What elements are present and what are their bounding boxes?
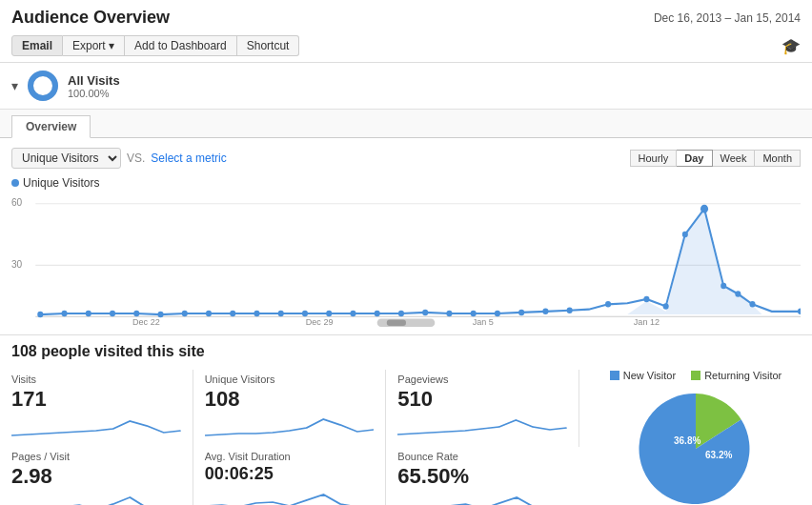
segment-chevron-icon[interactable]: ▾	[11, 78, 18, 93]
stats-grid: Visits 171 Unique Visitors 108 Pag	[11, 370, 801, 505]
metric-visits-value: 171	[11, 387, 181, 412]
svg-point-16	[133, 311, 139, 316]
select-metric-link[interactable]: Select a metric	[151, 152, 226, 165]
svg-point-13	[62, 311, 68, 316]
svg-point-14	[86, 311, 91, 316]
svg-point-32	[518, 310, 524, 315]
metric-avg-duration: Avg. Visit Duration 00:06:25	[205, 447, 387, 505]
returning-visitor-label: Returning Visitor	[704, 370, 782, 381]
mini-chart-bounce	[397, 490, 568, 505]
svg-point-22	[278, 311, 284, 316]
svg-point-39	[700, 205, 708, 213]
svg-point-42	[749, 301, 755, 307]
graduation-icon[interactable]: 🎓	[782, 38, 801, 54]
pie-legend: New Visitor Returning Visitor	[610, 370, 782, 381]
svg-text:Jan 12: Jan 12	[634, 316, 660, 327]
chart-legend: Unique Visitors	[11, 176, 801, 190]
svg-point-15	[110, 311, 115, 316]
svg-point-28	[422, 310, 428, 315]
line-chart-svg: 60 30 Dec 22 Dec 29 Jan 5 Jan 12	[11, 193, 801, 327]
mini-chart-visits	[11, 412, 181, 440]
visited-text: 108 people visited this site	[11, 343, 801, 360]
metric-pageviews-label: Pageviews	[397, 374, 567, 385]
svg-point-27	[398, 311, 404, 316]
svg-point-33	[542, 309, 548, 314]
svg-text:60: 60	[11, 197, 22, 208]
svg-text:63.2%: 63.2%	[705, 450, 732, 460]
stats-section: 108 people visited this site Visits 171 …	[0, 335, 812, 505]
segment-row: ▾ All Visits 100.00%	[0, 63, 812, 110]
svg-point-26	[375, 311, 380, 316]
metric-unique-visitors: Unique Visitors 108	[205, 370, 387, 447]
svg-point-36	[643, 296, 649, 302]
svg-point-23	[302, 311, 308, 316]
segment-percent: 100.00%	[68, 88, 120, 99]
new-visitor-label: New Visitor	[623, 370, 676, 381]
svg-point-38	[682, 232, 688, 237]
svg-point-30	[471, 311, 477, 316]
email-button[interactable]: Email	[11, 35, 63, 56]
new-visitor-color	[610, 371, 619, 380]
pie-chart-wrap: 36.8% 63.2%	[615, 387, 777, 505]
pie-chart-svg: 36.8% 63.2%	[615, 387, 777, 505]
page-header: Audience Overview Dec 16, 2013 – Jan 15,…	[0, 0, 812, 31]
time-btn-month[interactable]: Month	[755, 150, 801, 167]
svg-point-1	[30, 73, 55, 98]
stats-left: Visits 171 Unique Visitors 108 Pag	[11, 370, 591, 505]
svg-text:Dec 22: Dec 22	[132, 316, 160, 327]
metric-pageviews-value: 510	[397, 387, 567, 412]
metric-avg-duration-label: Avg. Visit Duration	[205, 451, 375, 462]
legend-dot	[11, 179, 19, 187]
mini-chart-duration	[205, 485, 375, 505]
time-btn-hourly[interactable]: Hourly	[630, 150, 678, 167]
svg-point-21	[254, 311, 259, 316]
metric-select[interactable]: Unique Visitors	[11, 148, 121, 169]
svg-point-12	[37, 312, 43, 317]
page-title: Audience Overview	[11, 8, 170, 28]
metric-unique-label: Unique Visitors	[205, 374, 375, 385]
metric-pages-visit: Pages / Visit 2.98	[11, 447, 193, 505]
metric-bounce-label: Bounce Rate	[397, 451, 568, 462]
svg-point-25	[350, 311, 355, 316]
metric-visits-label: Visits	[11, 374, 181, 385]
mini-chart-pages-visit	[11, 490, 181, 505]
metric-avg-duration-value: 00:06:25	[205, 464, 375, 485]
metrics-top-row: Visits 171 Unique Visitors 108 Pag	[11, 370, 591, 505]
metric-bounce-rate: Bounce Rate 65.50%	[397, 447, 579, 505]
svg-point-40	[721, 283, 726, 289]
svg-marker-11	[599, 209, 801, 314]
chart-area: Unique Visitors 60 30 Dec 22 Dec 29 Jan …	[11, 176, 801, 329]
export-button[interactable]: Export ▾	[63, 35, 125, 56]
toolbar-right: 🎓	[782, 37, 801, 55]
time-btn-day[interactable]: Day	[677, 150, 712, 167]
tab-overview[interactable]: Overview	[11, 115, 91, 138]
svg-point-41	[735, 291, 741, 296]
chart-section: Unique Visitors VS. Select a metric Hour…	[0, 138, 812, 335]
date-range: Dec 16, 2013 – Jan 15, 2014	[654, 11, 801, 25]
mini-chart-pageviews	[397, 412, 567, 440]
svg-text:Jan 5: Jan 5	[473, 316, 494, 327]
svg-point-34	[567, 308, 573, 313]
segment-label: All Visits	[68, 73, 120, 88]
svg-point-17	[157, 312, 163, 317]
toolbar: Email Export ▾ Add to Dashboard Shortcut…	[0, 31, 812, 63]
metric-bounce-value: 65.50%	[397, 464, 568, 489]
mini-chart-unique	[205, 412, 375, 440]
svg-text:30: 30	[11, 258, 22, 269]
legend-label: Unique Visitors	[23, 176, 99, 190]
metric-pageviews: Pageviews 510	[397, 370, 579, 447]
legend-new-visitor: New Visitor	[610, 370, 676, 381]
shortcut-button[interactable]: Shortcut	[237, 35, 300, 56]
add-dashboard-button[interactable]: Add to Dashboard	[125, 35, 237, 56]
svg-point-18	[182, 311, 188, 316]
returning-visitor-color	[691, 371, 700, 380]
donut-chart	[26, 69, 60, 103]
segment-info: All Visits 100.00%	[68, 73, 120, 99]
time-btn-week[interactable]: Week	[713, 150, 756, 167]
svg-point-43	[798, 309, 801, 314]
chart-controls: Unique Visitors VS. Select a metric Hour…	[11, 148, 801, 169]
tab-bar: Overview	[0, 110, 812, 138]
metric-unique-value: 108	[205, 387, 375, 412]
svg-text:Dec 29: Dec 29	[306, 316, 334, 327]
svg-rect-45	[387, 319, 406, 325]
